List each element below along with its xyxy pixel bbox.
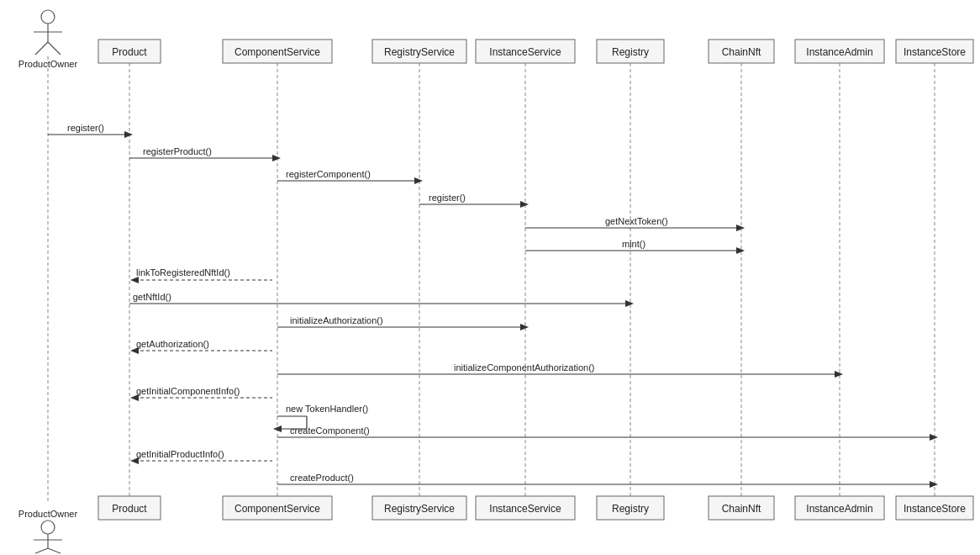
lifeline-product-bot-label: Product xyxy=(112,503,147,515)
svg-marker-51 xyxy=(930,434,938,441)
svg-marker-55 xyxy=(930,481,938,488)
svg-marker-27 xyxy=(414,177,423,184)
svg-marker-31 xyxy=(736,225,745,231)
svg-marker-25 xyxy=(272,155,281,161)
lifeline-registryservice-top-label: RegistryService xyxy=(384,46,455,58)
svg-marker-43 xyxy=(835,371,843,378)
diagram-svg: ProductOwner Product ComponentService Re… xyxy=(0,0,980,555)
msg12-label: getInitialComponentInfo() xyxy=(136,386,240,396)
msg9-label: initializeAuthorization() xyxy=(290,315,383,325)
msg16-label: createProduct() xyxy=(290,473,354,483)
msg15-label: getInitialProductInfo() xyxy=(136,449,224,459)
lifeline-instanceservice-top-label: InstanceService xyxy=(489,46,561,58)
actor-bottom-label: ProductOwner xyxy=(18,509,78,519)
svg-point-0 xyxy=(41,10,55,24)
svg-line-3 xyxy=(35,42,48,55)
sequence-diagram: ProductOwner Product ComponentService Re… xyxy=(0,0,980,555)
svg-marker-29 xyxy=(520,201,529,208)
lifeline-instanceservice-bot-label: InstanceService xyxy=(489,503,561,515)
lifeline-instanceadmin-top-label: InstanceAdmin xyxy=(806,46,872,58)
svg-marker-33 xyxy=(736,247,745,254)
svg-point-64 xyxy=(41,521,55,534)
msg7-label: linkToRegisteredNftId() xyxy=(136,267,230,278)
lifeline-componentservice-bot-label: ComponentService xyxy=(234,503,320,515)
msg4-label: register() xyxy=(429,193,466,203)
svg-line-4 xyxy=(48,42,61,55)
svg-marker-39 xyxy=(520,324,529,330)
svg-line-68 xyxy=(48,548,61,553)
svg-marker-35 xyxy=(130,277,139,283)
svg-line-67 xyxy=(35,548,48,553)
lifeline-instancestore-bot-label: InstanceStore xyxy=(904,503,966,515)
lifeline-chainnft-bot-label: ChainNft xyxy=(722,503,761,515)
lifeline-product-top-label: Product xyxy=(112,46,147,58)
svg-marker-37 xyxy=(625,300,634,307)
msg13-label: new TokenHandler() xyxy=(286,404,368,414)
msg3-label: registerComponent() xyxy=(286,169,371,179)
lifeline-registry-bot-label: Registry xyxy=(612,503,649,515)
msg1-label: register() xyxy=(67,123,104,133)
lifeline-registryservice-bot-label: RegistryService xyxy=(384,503,455,515)
lifeline-registry-top-label: Registry xyxy=(612,46,649,58)
lifeline-chainnft-top-label: ChainNft xyxy=(722,46,761,58)
lifeline-instancestore-top-label: InstanceStore xyxy=(904,46,966,58)
msg5-label: getNextToken() xyxy=(605,216,668,226)
msg2-label: registerProduct() xyxy=(143,146,212,156)
msg11-label: initializeComponentAuthorization() xyxy=(454,362,595,373)
msg6-label: mint() xyxy=(622,239,645,249)
msg8-label: getNftId() xyxy=(133,292,171,302)
svg-marker-23 xyxy=(124,131,133,138)
lifeline-instanceadmin-bot-label: InstanceAdmin xyxy=(806,503,872,515)
msg10-label: getAuthorization() xyxy=(136,339,209,349)
lifeline-componentservice-top-label: ComponentService xyxy=(234,46,320,58)
msg14-label: createComponent() xyxy=(290,426,370,436)
